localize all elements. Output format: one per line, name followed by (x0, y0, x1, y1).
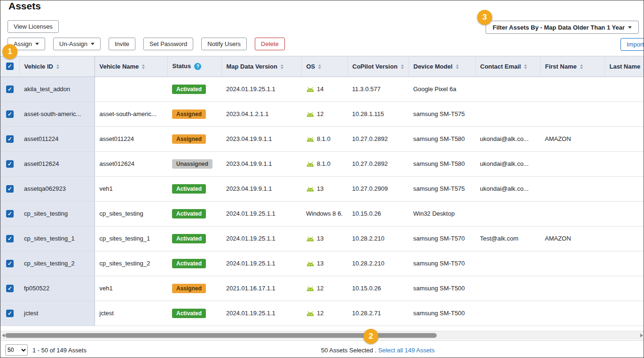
set-password-button[interactable]: Set Password (143, 38, 193, 50)
sort-icon (456, 64, 459, 69)
status-cell: Activated (167, 251, 221, 276)
column-header-contact_email[interactable]: Contact Email (475, 56, 540, 77)
view-licenses-button[interactable]: View Licenses (8, 20, 59, 33)
table-row: ✓cp_sites_testingcp_sites_testingActivat… (0, 201, 644, 226)
os-version-text: 14 (317, 86, 323, 93)
android-icon (306, 112, 314, 117)
copilot-version-cell: 10.28.2.71 (347, 301, 408, 326)
row-checkbox[interactable]: ✓ (6, 210, 14, 218)
filter-assets-dropdown[interactable]: Filter Assets By - Map Data Older Than 1… (486, 21, 639, 34)
scroll-right-arrow-icon[interactable] (640, 334, 643, 337)
column-label: First Name (545, 63, 577, 70)
status-cell: Activated (167, 176, 221, 201)
delete-button[interactable]: Delete (255, 38, 285, 50)
row-checkbox-cell: ✓ (0, 151, 19, 176)
first-name-cell (540, 176, 605, 201)
column-header-map_data_version[interactable]: Map Data Version (221, 56, 301, 77)
device-model-cell: samsung SM-T575 (408, 176, 475, 201)
select-all-link[interactable]: Select all 149 Assets (378, 347, 434, 354)
android-icon (306, 137, 314, 142)
row-checkbox[interactable]: ✓ (6, 260, 14, 267)
column-header-first_name[interactable]: First Name (540, 56, 605, 77)
notify-users-button[interactable]: Notify Users (201, 38, 247, 50)
first-name-cell: AMAZON (540, 226, 605, 251)
vehicle-id-cell: asset-south-americ... (19, 101, 94, 126)
row-checkbox[interactable]: ✓ (6, 235, 14, 242)
chevron-down-icon (91, 43, 94, 45)
vehicle-name-cell: jctest (94, 301, 167, 326)
table-row: ✓asset-south-americ...asset-south-americ… (0, 101, 644, 126)
map-data-version-cell: 2024.01.19.25.1.1 (221, 226, 301, 251)
column-header-vehicle_id[interactable]: Vehicle ID (19, 56, 94, 77)
vehicle-id-cell: asset011224 (19, 126, 94, 151)
row-checkbox[interactable]: ✓ (6, 285, 14, 292)
row-checkbox-cell: ✓ (0, 276, 19, 301)
android-icon (306, 261, 314, 266)
unassign-button[interactable]: Un-Assign (53, 38, 101, 50)
contact-email-cell: ukondai@alk.co... (475, 126, 540, 151)
contact-email-cell: ukondai@alk.co... (475, 151, 540, 176)
column-header-os[interactable]: OS (301, 56, 347, 77)
row-checkbox[interactable]: ✓ (6, 86, 14, 93)
vehicle-id-cell: jctest (19, 301, 94, 326)
status-cell: Activated (167, 77, 221, 101)
scroll-left-arrow-icon[interactable] (2, 334, 5, 337)
map-data-version-cell: 2023.04.19.9.1.1 (221, 151, 301, 176)
import-button[interactable]: Import (620, 38, 644, 51)
vehicle-id-cell: akila_test_addon (19, 77, 94, 101)
vehicle-name-cell: veh1 (94, 176, 167, 201)
row-checkbox[interactable]: ✓ (6, 135, 14, 143)
copilot-version-cell: 10.28.2.210 (347, 251, 408, 276)
pagination-range: 1 - 50 of 149 Assets (32, 347, 86, 354)
last-name-cell (605, 276, 644, 301)
vehicle-name-cell: asset011224 (94, 126, 167, 151)
assets-page: Assets View Licenses Assign Un-Assign In… (0, 0, 644, 358)
status-cell: Activated (167, 301, 221, 326)
page-size-select[interactable]: 50 (5, 344, 28, 356)
row-checkbox[interactable]: ✓ (6, 185, 14, 193)
first-name-cell (540, 201, 605, 226)
column-header-status: Status? (167, 56, 221, 77)
column-header-copilot_version[interactable]: CoPilot Version (347, 56, 408, 77)
unassign-label: Un-Assign (59, 40, 87, 47)
device-model-cell: Google Pixel 6a (408, 77, 475, 101)
sort-icon (401, 64, 404, 69)
copilot-version-cell: 10.28.2.210 (347, 226, 408, 251)
table-body: ✓akila_test_addonActivated2024.01.19.25.… (0, 77, 644, 326)
invite-button[interactable]: Invite (109, 38, 135, 50)
column-label: Map Data Version (227, 63, 277, 70)
device-model-cell: samsung SM-T570 (408, 226, 475, 251)
os-cell: 12 (301, 301, 347, 326)
os-version-text: 12 (317, 110, 323, 117)
map-data-version-cell: 2023.04.19.9.1.1 (221, 126, 301, 151)
last-name-cell (605, 77, 644, 101)
sort-icon (524, 64, 527, 69)
row-checkbox[interactable]: ✓ (6, 310, 14, 317)
help-icon[interactable]: ? (194, 63, 201, 70)
status-badge: Activated (172, 234, 206, 243)
status-badge: Activated (172, 259, 206, 268)
sort-icon (318, 64, 321, 69)
row-checkbox-cell: ✓ (0, 101, 19, 126)
column-header-device_model[interactable]: Device Model (408, 56, 475, 77)
status-badge: Activated (172, 209, 206, 218)
first-name-cell (540, 251, 605, 276)
status-badge: Assigned (172, 284, 206, 293)
row-checkbox[interactable]: ✓ (6, 160, 14, 168)
status-badge: Assigned (172, 134, 206, 144)
android-icon (306, 286, 314, 291)
select-all-checkbox[interactable]: ✓ (6, 62, 14, 70)
os-version-text: 12 (317, 285, 323, 292)
status-cell: Unassigned (167, 151, 221, 176)
contact-email-cell (475, 201, 540, 226)
column-label: Status (173, 62, 191, 70)
status-cell: Activated (167, 201, 221, 226)
filter-label: Filter Assets By - Map Data Older Than 1… (493, 24, 625, 31)
horizontal-scrollbar[interactable] (0, 331, 644, 339)
row-checkbox[interactable]: ✓ (6, 110, 14, 118)
column-header-vehicle_name[interactable]: Vehicle Name (94, 56, 167, 77)
copilot-version-cell: 10.27.0.2892 (347, 126, 408, 151)
column-header-last_name[interactable]: Last Name (605, 56, 644, 77)
os-cell: 13 (301, 176, 347, 201)
os-version-text: 13 (317, 185, 323, 192)
